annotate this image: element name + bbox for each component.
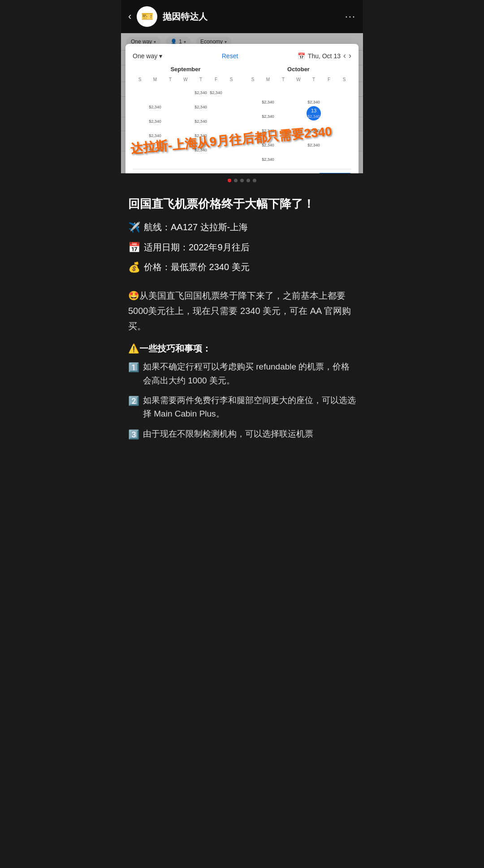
sep-day-1[interactable]: 1 (178, 83, 193, 97)
oct-day-13-selected[interactable]: 13$2,340 (307, 106, 321, 120)
date-emoji: 📅 (128, 241, 140, 255)
oct-empty (291, 149, 306, 163)
oct-empty (322, 149, 336, 163)
tip-item-3: 3️⃣ 由于现在不限制检测机构，可以选择联运机票 (128, 427, 356, 442)
oct-day-15[interactable]: 15 (337, 106, 351, 120)
content-body: 🤩从美国直飞回国机票终于降下来了，之前基本上都要5000美元往上，现在只需要 2… (128, 288, 356, 334)
oct-empty (307, 149, 321, 163)
tip-item-2: 2️⃣ 如果需要两件免费行李和腿部空间更大的座位，可以选选择 Main Cabi… (128, 394, 356, 421)
sep-day-9[interactable]: 9 (209, 97, 223, 112)
sep-day-8[interactable]: 8$2,340 (194, 97, 208, 112)
oct-day-1[interactable]: 1 (337, 83, 351, 92)
calendar-date-display[interactable]: 📅 Thu, Oct 13 ‹ › (298, 51, 351, 60)
oct-day-2[interactable]: 2 (246, 92, 260, 106)
oct-day-7[interactable]: 7 (322, 92, 336, 106)
oct-empty (322, 83, 336, 92)
sep-day-15[interactable]: 15$2,340 (194, 112, 208, 126)
sep-day-3[interactable]: 3$2,340 (209, 83, 223, 97)
sep-empty (148, 83, 162, 97)
oct-dow-m: M (261, 76, 275, 83)
calendar-panel: One way ▾ Reset 📅 Thu, Oct 13 ‹ › Septem… (125, 44, 359, 173)
oct-dow-f: F (322, 76, 336, 83)
header: ‹ 🎫 抛因特达人 ··· (121, 0, 363, 33)
route-text: 航线：AA127 达拉斯-上海 (144, 221, 248, 233)
oct-week3: 9 10$2,340 11 12 13$2,340 14 15 (246, 106, 351, 120)
calendar-reset-button[interactable]: Reset (222, 52, 238, 60)
route-emoji: ✈️ (128, 221, 140, 235)
calendar-oneway-label: One way (133, 52, 157, 60)
oct-day-31[interactable]: 31$2,340 (261, 149, 275, 163)
oct-empty (261, 83, 275, 92)
september-dow-row: S M T W T F S (133, 76, 238, 83)
sep-empty (133, 83, 147, 97)
more-button[interactable]: ··· (345, 11, 356, 22)
calendar-next-button[interactable]: › (349, 51, 351, 60)
oct-empty (337, 149, 351, 163)
oct-day-10[interactable]: 10$2,340 (261, 106, 275, 120)
dow-w1: W (178, 76, 193, 83)
date-text: 适用日期：2022年9月往后 (144, 241, 250, 254)
dot-4[interactable] (246, 179, 250, 182)
oct-day-3[interactable]: 3$2,340 (261, 92, 275, 106)
sep-day-7[interactable]: 7 (178, 97, 193, 112)
oct-day-8[interactable]: 8 (337, 92, 351, 106)
sep-day-11[interactable]: 11 (133, 112, 147, 126)
price-line: 💰 价格：最低票价 2340 美元 (128, 261, 356, 275)
oct-day-9[interactable]: 9 (246, 106, 260, 120)
screenshot-area: One way ▾ 👤 1 ▾ Economy ▾ ● Dallas DFW ⚙… (121, 33, 363, 173)
oct-day-12[interactable]: 12 (291, 106, 306, 120)
avatar: 🎫 (137, 6, 157, 27)
oct-week1: 1 (246, 83, 351, 92)
dot-5[interactable] (253, 179, 256, 182)
oct-empty (307, 83, 321, 92)
calendar-prev-button[interactable]: ‹ (343, 51, 346, 60)
price-emoji: 💰 (128, 261, 140, 275)
calendar-date-label: Thu, Oct 13 (308, 52, 341, 60)
sep-day-13[interactable]: 13 (163, 112, 177, 126)
october-title: October (246, 66, 351, 73)
dot-1[interactable] (228, 179, 231, 182)
oct-dow-s: S (246, 76, 260, 83)
oct-day-5[interactable]: 5 (291, 92, 306, 106)
dow-s1: S (133, 76, 147, 83)
sep-day-10[interactable]: 10 (224, 97, 238, 112)
sep-week2: 4 5$2,340 6 7 8$2,340 9 10 (133, 97, 238, 112)
content-area: 回国直飞机票价格终于大幅下降了！ ✈️ 航线：AA127 达拉斯-上海 📅 适用… (121, 188, 363, 457)
done-button[interactable]: Done (319, 173, 351, 173)
sep-day-5[interactable]: 5$2,340 (148, 97, 162, 112)
sep-week1: 1 2$2,340 3$2,340 (133, 83, 238, 97)
oct-day-4[interactable]: 4 (276, 92, 290, 106)
october-calendar: October S M T W T F S (246, 66, 351, 163)
oct-empty (246, 83, 260, 92)
oct-day-30[interactable]: 30 (246, 149, 260, 163)
tip-2-num: 2️⃣ (128, 394, 139, 408)
sep-day-4[interactable]: 4 (133, 97, 147, 112)
dot-2[interactable] (234, 179, 238, 182)
oct-day-14[interactable]: 14 (322, 106, 336, 120)
calendar-oneway[interactable]: One way ▾ (133, 52, 162, 60)
oct-empty (276, 149, 290, 163)
oct-empty (291, 83, 306, 92)
avatar-emoji: 🎫 (141, 11, 153, 22)
tip-3-text: 由于现在不限制检测机构，可以选择联运机票 (143, 427, 313, 441)
tip-2-text: 如果需要两件免费行李和腿部空间更大的座位，可以选选择 Main Cabin Pl… (143, 394, 356, 421)
dots-indicator (121, 173, 363, 188)
tip-1-text: 如果不确定行程可以考虑购买 refundable 的机票，价格会高出大约 100… (143, 360, 356, 387)
oct-week6: 30 31$2,340 (246, 149, 351, 163)
sep-day-14[interactable]: 14 (178, 112, 193, 126)
sep-day-19[interactable]: 19$2,340 (148, 126, 162, 140)
sep-day-16[interactable]: 16 (209, 112, 223, 126)
sep-day-17[interactable]: 17 (224, 112, 238, 126)
dot-3[interactable] (240, 179, 244, 182)
sep-week3: 11 12$2,340 13 14 15$2,340 16 17 (133, 112, 238, 126)
sep-day-12[interactable]: 12$2,340 (148, 112, 162, 126)
back-button[interactable]: ‹ (128, 11, 131, 22)
calendar-icon: 📅 (298, 52, 305, 60)
sep-day-6[interactable]: 6 (163, 97, 177, 112)
oct-empty (276, 83, 290, 92)
sep-day-18[interactable]: 18 (133, 126, 147, 140)
oct-day-11[interactable]: 11 (276, 106, 290, 120)
oct-day-6[interactable]: 6$2,340 (307, 92, 321, 106)
price-text: 价格：最低票价 2340 美元 (144, 261, 250, 273)
sep-day-2[interactable]: 2$2,340 (194, 83, 208, 97)
